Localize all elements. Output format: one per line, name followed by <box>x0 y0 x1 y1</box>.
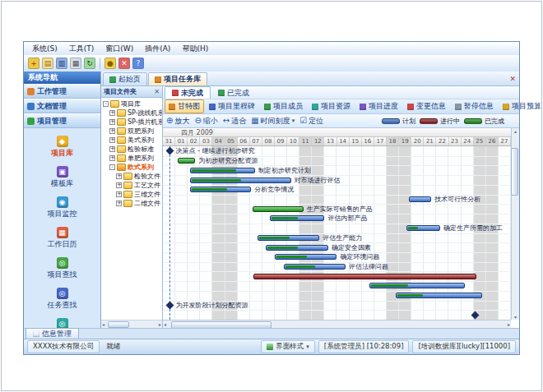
tree-item-label: 检验文件 <box>134 172 160 181</box>
gantt-bar[interactable] <box>270 215 324 221</box>
tree-item[interactable]: -欧式系列 <box>103 163 162 172</box>
fit-button[interactable]: ↔适合 <box>223 116 246 127</box>
scroll-up-icon[interactable]: ▴ <box>514 128 517 134</box>
folder-horizontal-scrollbar[interactable]: ◂ ▸ <box>101 320 162 328</box>
tree-item[interactable]: +单肥系列 <box>103 154 162 163</box>
task-tab-0[interactable]: 未完成 <box>165 86 211 99</box>
gantt-bar[interactable] <box>178 158 195 164</box>
gantt-day-header-cell: 03 <box>200 137 212 145</box>
gantt-bar[interactable] <box>253 274 476 279</box>
sidebar-item-2[interactable]: ◉项目监控 <box>24 193 100 224</box>
view-button-7[interactable]: 项目预算 <box>499 99 543 113</box>
doc-tab-1[interactable]: 项目任务库 <box>148 72 207 85</box>
sidebar-item-5[interactable]: ◎任务查找 <box>24 284 100 315</box>
sidebar-item-3[interactable]: ▦工作日历 <box>24 224 100 254</box>
scroll-left-icon[interactable]: ◂ <box>164 321 166 327</box>
nav-group-2[interactable]: 项目管理 <box>24 113 100 128</box>
nav-group-0[interactable]: 工作管理 <box>24 84 100 99</box>
sidebar-item-1[interactable]: ▣模板库 <box>24 163 100 193</box>
tree-item[interactable]: +SP-跳线机系列 <box>103 108 162 118</box>
tree-expander-icon[interactable]: + <box>109 137 115 143</box>
view-button-1[interactable]: 项目里程碑 <box>205 99 259 113</box>
gantt-vertical-scrollbar[interactable]: ▴ ▾ <box>511 128 519 320</box>
gantt-bar[interactable] <box>284 264 346 270</box>
gantt-bar[interactable] <box>253 206 304 212</box>
gantt-progress <box>192 179 241 182</box>
save-icon[interactable]: ▥ <box>56 58 67 69</box>
lock-icon[interactable]: ● <box>104 58 116 69</box>
tree-item[interactable]: +检验标准 <box>103 145 162 154</box>
scrollbar-thumb[interactable] <box>511 148 518 196</box>
gantt-horizontal-scrollbar[interactable]: ◂ ▸ <box>163 320 511 328</box>
zoom-in-button[interactable]: ⊕放大 <box>166 116 189 127</box>
gantt-bar[interactable] <box>190 168 255 173</box>
view-button-5[interactable]: 变更信息 <box>403 99 450 113</box>
sidebar-item-0[interactable]: ◆项目库 <box>24 132 100 163</box>
tree-expander-icon[interactable]: + <box>109 146 115 152</box>
close-icon[interactable]: ✕ <box>154 88 160 95</box>
nav-group-1[interactable]: 文档管理 <box>24 99 100 113</box>
tree-expander-icon[interactable]: + <box>109 110 115 116</box>
sidebar-item-6[interactable]: ◎项目文档查找 <box>24 315 100 328</box>
folder-tree: -项目库+SP-跳线机系列+SP-插片机系列+双肥系列+美式系列+检验标准+单肥… <box>101 98 162 320</box>
stop-icon[interactable]: ✕ <box>118 58 130 69</box>
view-button-0[interactable]: 甘特图 <box>165 99 204 113</box>
menu-item-0[interactable]: 系统(S) <box>27 43 63 55</box>
menu-item-4[interactable]: 帮助(H) <box>177 43 213 55</box>
scroll-down-icon[interactable]: ▾ <box>514 314 517 320</box>
tree-expander-icon[interactable]: - <box>109 164 115 170</box>
gantt-bar[interactable] <box>190 187 251 192</box>
tree-item[interactable]: +工艺文件 <box>103 181 162 190</box>
tree-item[interactable]: +三维文件 <box>103 190 162 199</box>
tree-expander-icon[interactable]: + <box>116 182 122 188</box>
gantt-bar[interactable] <box>396 293 483 298</box>
menu-item-1[interactable]: 工具(T) <box>64 43 100 55</box>
open-folder-icon[interactable]: ▤ <box>42 58 53 69</box>
new-icon[interactable]: + <box>28 58 39 69</box>
tree-item[interactable]: +检验文件 <box>103 172 162 181</box>
gantt-bar[interactable] <box>258 235 320 241</box>
view-button-6[interactable]: 暂停信息 <box>451 99 498 113</box>
view-button-4[interactable]: 项目进度 <box>355 99 402 113</box>
menu-item-2[interactable]: 窗口(W) <box>100 43 138 55</box>
tree-expander-icon[interactable]: + <box>116 191 122 197</box>
info-management-tab[interactable]: 信息管理 <box>26 328 79 339</box>
tree-expander-icon[interactable]: + <box>109 119 115 125</box>
tree-item[interactable]: -项目库 <box>103 99 162 108</box>
tree-expander-icon[interactable]: + <box>116 201 122 206</box>
help-icon[interactable]: ? <box>132 58 144 69</box>
gantt-bar[interactable] <box>369 283 465 288</box>
locate-button[interactable]: ☑定位 <box>299 116 323 127</box>
gantt-bar[interactable] <box>266 245 328 251</box>
tree-expander-icon[interactable]: - <box>103 101 109 107</box>
tree-item[interactable]: +二维文件 <box>103 199 162 208</box>
scrollbar-thumb[interactable] <box>171 321 272 328</box>
gantt-bar[interactable] <box>409 196 431 202</box>
scroll-left-icon[interactable]: ◂ <box>102 321 104 327</box>
tree-item[interactable]: +美式系列 <box>103 136 162 145</box>
sidebar-item-4[interactable]: ◎项目查找 <box>24 254 100 284</box>
close-document-icon[interactable]: ✕ <box>509 76 516 83</box>
print-icon[interactable]: ▦ <box>70 58 81 69</box>
tree-expander-icon[interactable]: + <box>109 128 115 134</box>
scroll-right-icon[interactable]: ▸ <box>508 321 510 327</box>
zoom-out-button[interactable]: ⊖缩小 <box>194 116 217 127</box>
ui-style-selector[interactable]: 界面样式 ▾ <box>261 340 315 353</box>
task-tab-1[interactable]: 已完成 <box>211 87 256 99</box>
refresh-icon[interactable]: ↻ <box>84 58 95 69</box>
scrollbar-thumb[interactable] <box>108 321 129 328</box>
doc-tab-0[interactable]: 起始页 <box>103 72 147 85</box>
tree-item[interactable]: +双肥系列 <box>103 127 162 136</box>
menu-item-3[interactable]: 插件(A) <box>140 43 175 55</box>
scroll-right-icon[interactable]: ▸ <box>159 321 161 327</box>
app-window: 系统(S)工具(T)窗口(W)插件(A)帮助(H) +▤▥▦↻●✕? 系统导航 … <box>23 41 520 355</box>
tree-expander-icon[interactable]: + <box>109 155 115 161</box>
tree-item[interactable]: +SP-插片机系列 <box>103 118 162 127</box>
view-button-3[interactable]: 项目资源 <box>308 99 355 113</box>
time-scale-button[interactable]: ▦时间刻度▾ <box>251 116 295 127</box>
gantt-bar[interactable] <box>275 254 337 260</box>
view-button-2[interactable]: 项目成员 <box>260 99 307 113</box>
gantt-bar[interactable] <box>406 225 440 231</box>
tree-expander-icon[interactable]: + <box>116 173 122 179</box>
gantt-bar[interactable] <box>190 178 290 183</box>
